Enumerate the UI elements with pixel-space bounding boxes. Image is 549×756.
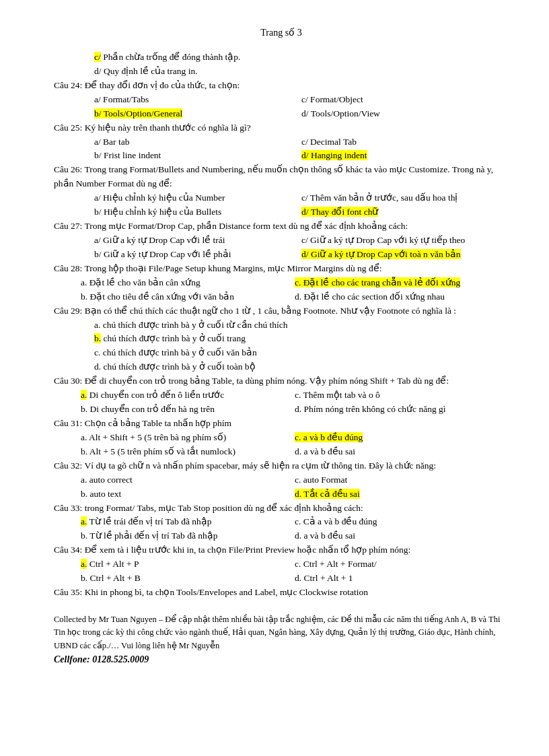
q34: Câu 34: Để xem tà i liệu trước khi in, t…: [54, 543, 509, 586]
q33: Câu 33: trong Format/ Tabs, mục Tab Stop…: [54, 502, 509, 544]
q27: Câu 27: Trong mục Format/Drop Cap, phần …: [54, 219, 509, 262]
q26: Câu 26: Trong trang Format/Bullets and N…: [54, 163, 509, 219]
footer: Collected by Mr Tuan Nguyen – Để cập nhậ…: [54, 613, 509, 667]
q29: Câu 29: Bạn có thể chú thích các thuật n…: [54, 304, 509, 375]
line-c: c/ Phần chừa trống để đóng thành tập. d/…: [54, 50, 509, 79]
q35: Câu 35: Khi in phong bì, ta chọn Tools/E…: [54, 586, 509, 600]
q24: Câu 24: Để thay đổi đơn vị đo của thức, …: [54, 79, 509, 121]
q28: Câu 28: Trong hộp thoại File/Page Setup …: [54, 262, 509, 304]
q31: Câu 31: Chọn cả bảng Table ta nhấn hợp p…: [54, 417, 509, 459]
content-area: c/ Phần chừa trống để đóng thành tập. d/…: [54, 50, 509, 667]
q32: Câu 32: Ví dụ ta gõ chữ n và nhấn phím s…: [54, 459, 509, 502]
q30: Câu 30: Để di chuyển con trỏ trong bảng …: [54, 374, 509, 417]
q25: Câu 25: Ký hiệu này trên thanh thước có …: [54, 121, 509, 164]
page-title: Trang số 3: [54, 27, 509, 38]
